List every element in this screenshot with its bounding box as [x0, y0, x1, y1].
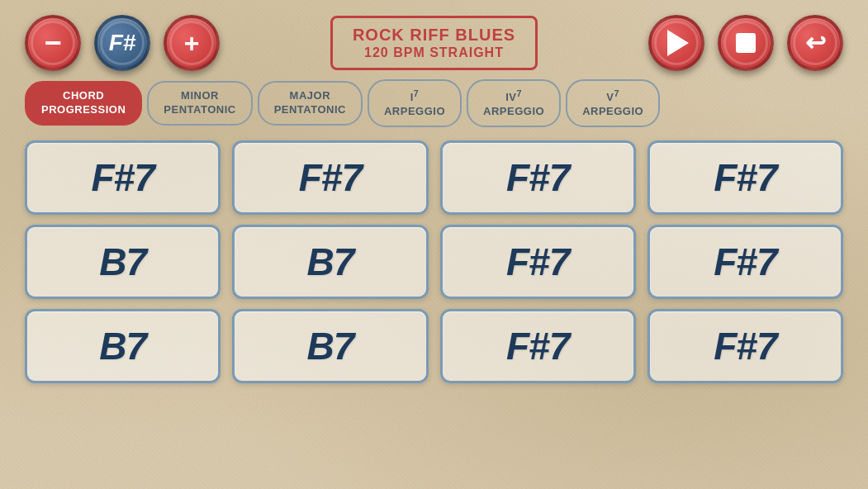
chord-cell-1-3[interactable]: F#7	[440, 140, 636, 215]
chord-row-1: F#7 F#7 F#7 F#7	[25, 140, 843, 215]
title-line1: ROCK RIFF BLUES	[353, 25, 515, 45]
chord-cell-1-2[interactable]: F#7	[232, 140, 428, 215]
top-bar: − F# + ROCK RIFF BLUES 120 BPM STRAIGHT …	[0, 0, 868, 79]
chord-text: B7	[306, 327, 353, 365]
top-right-controls: ↩	[648, 15, 843, 71]
chord-text: B7	[99, 327, 146, 365]
plus-icon: +	[184, 30, 200, 56]
chord-text: F#7	[506, 159, 569, 197]
chord-cell-1-1[interactable]: F#7	[25, 140, 221, 215]
play-icon	[667, 30, 689, 56]
chord-text: F#7	[506, 243, 569, 281]
minus-button[interactable]: −	[25, 15, 81, 71]
key-button[interactable]: F#	[94, 15, 150, 71]
play-button[interactable]	[648, 15, 704, 71]
tab-i7-arpeggio[interactable]: I7ARPEGGIO	[368, 79, 462, 127]
undo-icon: ↩	[805, 31, 826, 55]
chord-text: F#7	[299, 159, 362, 197]
title-box: ROCK RIFF BLUES 120 BPM STRAIGHT	[330, 16, 538, 69]
chord-row-3: B7 B7 F#7 F#7	[25, 309, 843, 383]
tab-bar: CHORDPROGRESSION MINORPENTATONIC MAJORPE…	[0, 79, 868, 127]
tab-v7-arpeggio[interactable]: V7ARPEGGIO	[566, 79, 660, 127]
stop-button[interactable]	[718, 15, 774, 71]
plus-button[interactable]: +	[164, 15, 220, 71]
chord-cell-2-2[interactable]: B7	[232, 225, 428, 299]
undo-button[interactable]: ↩	[787, 15, 843, 71]
chord-cell-3-3[interactable]: F#7	[440, 309, 636, 383]
chord-text: F#7	[714, 243, 776, 281]
chord-row-2: B7 B7 F#7 F#7	[25, 225, 843, 299]
tab-major-pentatonic[interactable]: MAJORPENTATONIC	[258, 81, 363, 126]
minus-icon: −	[44, 31, 61, 55]
chord-text: F#7	[714, 159, 776, 197]
title-line2: 120 BPM STRAIGHT	[353, 45, 515, 60]
chord-cell-3-4[interactable]: F#7	[647, 309, 843, 383]
top-left-controls: − F# +	[25, 15, 220, 71]
chord-text: F#7	[91, 159, 154, 197]
tab-chord-progression[interactable]: CHORDPROGRESSION	[25, 81, 142, 126]
app-container: − F# + ROCK RIFF BLUES 120 BPM STRAIGHT …	[0, 0, 868, 489]
chord-cell-3-1[interactable]: B7	[25, 309, 221, 383]
chord-cell-2-3[interactable]: F#7	[440, 225, 636, 299]
chord-text: B7	[99, 243, 146, 281]
chord-cell-1-4[interactable]: F#7	[647, 140, 843, 215]
chord-cell-2-1[interactable]: B7	[25, 225, 221, 299]
tab-iv7-arpeggio[interactable]: IV7ARPEGGIO	[467, 79, 561, 127]
chord-text: F#7	[714, 327, 776, 365]
chord-text: F#7	[506, 327, 569, 365]
chord-text: B7	[306, 243, 353, 281]
chord-cell-2-4[interactable]: F#7	[647, 225, 843, 299]
key-label: F#	[109, 30, 136, 56]
chord-grid: F#7 F#7 F#7 F#7 B7 B7 F#7 F#7	[0, 140, 868, 383]
stop-icon	[736, 33, 756, 53]
tab-minor-pentatonic[interactable]: MINORPENTATONIC	[147, 81, 252, 126]
chord-cell-3-2[interactable]: B7	[232, 309, 428, 383]
